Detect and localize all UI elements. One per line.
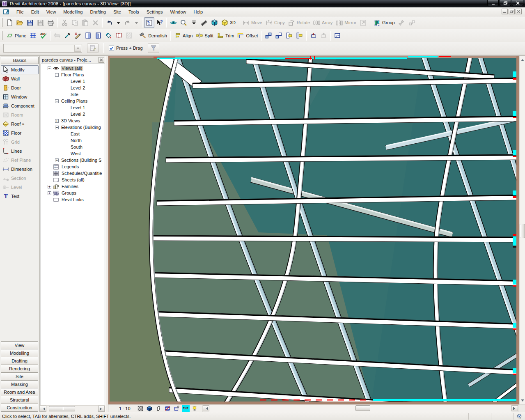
collapse-icon[interactable]: − [55,126,59,129]
collapse-icon[interactable]: − [55,73,59,77]
press-drag-checkbox[interactable]: Press + Drag [109,46,143,51]
design-bar-item-text[interactable]: TText [1,192,39,201]
panel-splitter[interactable] [105,56,108,412]
copy-tool-button[interactable]: Copy [264,17,287,28]
design-tab-room-and-area[interactable]: Room and Area [1,388,38,396]
tree-item-sheets-all[interactable]: Sheets (all) [41,177,105,183]
cut-geometry-button[interactable] [284,30,294,41]
design-tab-drafting[interactable]: Drafting [1,357,38,365]
zoomdrop-button[interactable] [189,17,199,28]
mdi-restore-button[interactable] [509,9,515,14]
cropshow-button[interactable] [173,405,181,412]
mirror-button[interactable]: Mirror [334,17,358,28]
scroll-right-icon[interactable] [511,405,518,411]
wall-sweep-button[interactable] [332,30,343,41]
3d-view-canvas[interactable] [108,56,519,404]
view3d-button[interactable]: 3D [220,17,237,28]
scroll-down-icon[interactable] [520,398,525,404]
tree-item-families[interactable]: +Families [41,183,105,190]
wall-opening-button[interactable] [83,30,93,41]
design-tab-site[interactable]: Site [1,372,38,381]
horizontal-scrollbar-thumb[interactable] [355,405,370,411]
detail-button[interactable] [137,405,144,412]
menu-help[interactable]: Help [190,8,207,16]
menu-edit[interactable]: Edit [28,8,43,16]
wall-join-2-button[interactable] [274,30,284,41]
design-bar-item-grid[interactable]: Grid [1,138,39,147]
tree-item-east[interactable]: East [41,131,105,137]
design-bar-item-dimension[interactable]: Dimension [1,165,39,174]
tree-item-level-1[interactable]: Level 1 [41,78,105,85]
thinlines-button[interactable] [199,17,209,28]
design-bar-item-level[interactable]: Level [1,183,39,192]
tree-item-north[interactable]: North [41,137,105,144]
tree-item-south[interactable]: South [41,144,105,150]
temphide-button[interactable] [182,405,190,412]
expand-icon[interactable]: + [48,185,51,188]
trim-button[interactable]: Trim [215,30,236,41]
mdi-close-button[interactable] [516,9,522,14]
move-button[interactable]: Move [241,17,264,28]
tree-item-3d-views[interactable]: +3D Views [41,117,105,124]
dynview-button[interactable] [168,17,179,28]
collapse-icon[interactable]: − [55,99,59,103]
bulb-button[interactable] [191,405,199,412]
component-tool-button[interactable] [52,30,62,41]
menu-tools[interactable]: Tools [125,8,143,16]
paste-button[interactable] [80,17,90,28]
resize-button[interactable] [358,17,368,28]
tree-item-sections-building-s[interactable]: +Sections (Building S [41,157,105,163]
menu-settings[interactable]: Settings [143,8,167,16]
tree-item-views-all[interactable]: −Views (all) [41,65,105,71]
align-button[interactable]: Align [172,30,194,41]
design-bar-item-lines[interactable]: Lines [1,147,39,156]
menu-view[interactable]: View [43,8,60,16]
project-browser-toggle-button[interactable] [144,17,154,28]
design-bar-tab-basics[interactable]: Basics [1,57,39,64]
tree-item-site[interactable]: Site [41,91,105,98]
toolbar-grip[interactable] [2,18,3,27]
spelling-button[interactable]: ABC [38,30,48,41]
expand-icon[interactable]: + [55,119,59,123]
orientcube-button[interactable] [209,17,220,28]
new-button[interactable] [5,17,15,28]
menu-site[interactable]: Site [110,8,125,16]
filter-button[interactable] [148,44,159,53]
snapgrid-button[interactable] [28,30,38,41]
scroll-left-icon[interactable] [203,405,209,411]
mdi-minimize-button[interactable] [502,9,508,14]
vertical-scrollbar[interactable] [519,56,525,404]
match-type-button[interactable] [62,30,73,41]
detach-top-base-button[interactable] [319,30,329,41]
pin-button[interactable] [397,17,407,28]
tree-item-level-2[interactable]: Level 2 [41,111,105,117]
close-button[interactable] [512,0,523,6]
design-bar-item-wall[interactable]: Wall [1,74,39,83]
split-button[interactable]: Split [194,30,215,41]
design-tab-construction[interactable]: Construction [1,404,38,412]
offset-button[interactable]: Offset [236,30,259,41]
design-bar-item-roof[interactable]: Roof » [1,119,39,129]
menu-modelling[interactable]: Modelling [60,8,86,16]
delete-button[interactable] [90,17,101,28]
save-button[interactable] [25,17,35,28]
open-button[interactable] [15,17,25,28]
view-scale[interactable]: 1 : 10 [119,406,131,411]
expand-icon[interactable]: + [55,158,59,162]
filled-region-button[interactable] [124,30,134,41]
redo-drop-button[interactable] [133,17,140,28]
tree-item-level-1[interactable]: Level 1 [41,104,105,111]
project-browser-hscrollbar[interactable] [40,405,105,412]
design-bar-item-component[interactable]: Component [1,101,39,110]
scroll-left-icon[interactable] [40,406,46,412]
design-tab-rendering[interactable]: Rendering [1,365,38,373]
design-tab-view[interactable]: View [1,341,38,349]
tree-item-level-2[interactable]: Level 2 [41,85,105,91]
close-icon[interactable] [99,57,104,63]
join-geometry-button[interactable] [294,30,305,41]
undo-button[interactable] [104,17,115,28]
design-bar-item-room[interactable]: Room [1,110,39,119]
menu-window[interactable]: Window [166,8,190,16]
print-button[interactable] [46,17,56,28]
materials-button[interactable] [114,30,124,41]
